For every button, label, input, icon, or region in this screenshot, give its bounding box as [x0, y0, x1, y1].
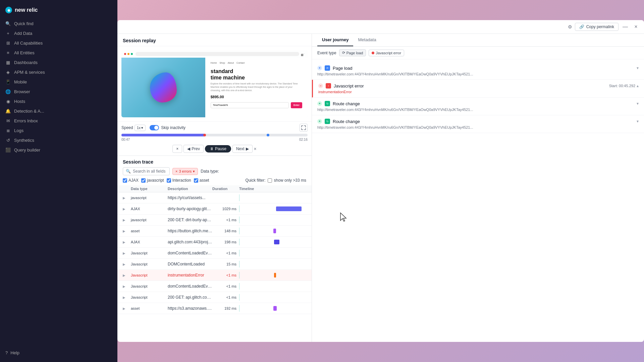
- sidebar-item-quick-find[interactable]: 🔍 Quick find: [0, 19, 117, 28]
- quick-filter: Quick filter: show only >33 ms: [246, 178, 306, 183]
- sidebar-item-mobile[interactable]: 📱 Mobile: [0, 77, 117, 87]
- sidebar-footer[interactable]: ? Help: [0, 348, 117, 358]
- sidebar-item-all-capabilities[interactable]: ⊞ All Capabilities: [0, 38, 117, 48]
- close-playback-button[interactable]: ×: [254, 146, 257, 152]
- browser-icon: 🌐: [5, 89, 11, 94]
- sidebar-item-logs[interactable]: ≣ Logs: [0, 126, 117, 135]
- expand-icon[interactable]: ▶: [123, 240, 131, 244]
- copy-permalink-button[interactable]: 🔗 Copy permalink: [575, 23, 619, 31]
- search-input-wrapper[interactable]: 🔍 Search in all fields: [123, 167, 170, 175]
- skip-inactivity-toggle: Skip inactivity: [150, 125, 185, 130]
- js-error-icon: !: [326, 83, 331, 88]
- expand-icon[interactable]: ▶: [123, 229, 131, 233]
- expand-icon[interactable]: ▶: [123, 251, 131, 255]
- chevron-down-icon: ▾: [637, 66, 639, 70]
- event-item-route-change-2[interactable]: + ↻ Route change ▾ http://timetraveler.c…: [312, 115, 644, 133]
- synthetics-icon: ↺: [5, 138, 11, 143]
- next-button[interactable]: Next ▶: [232, 145, 253, 153]
- timeline-cell: [239, 205, 306, 212]
- fullscreen-overlay-button[interactable]: ⊞: [300, 52, 305, 58]
- fullscreen-button[interactable]: [300, 124, 308, 132]
- errors-badge[interactable]: × 3 errors ▾: [172, 168, 198, 175]
- table-row-error[interactable]: ▶ Javascript instrumentationError <1 ms: [117, 270, 312, 281]
- timeline-track[interactable]: [121, 134, 308, 136]
- pause-button[interactable]: ⏸ Pause: [205, 145, 231, 153]
- timeline-area: 00:47 02:16: [117, 134, 312, 143]
- col-timeline: Timeline: [239, 187, 306, 191]
- sidebar-item-hosts[interactable]: ◉ Hosts: [0, 97, 117, 106]
- table-row[interactable]: ▶ Javascript domContentLoadedEvent <1 ms: [117, 281, 312, 292]
- trace-table: Data type Description Duration Timeline …: [117, 185, 312, 342]
- javascript-checkbox[interactable]: [141, 178, 146, 183]
- sidebar-item-synthetics[interactable]: ↺ Synthetics: [0, 135, 117, 145]
- expand-icon[interactable]: ▶: [123, 296, 131, 299]
- grid-icon: ⊞: [5, 41, 11, 46]
- sidebar-item-apm[interactable]: ◈ APM & services: [0, 67, 117, 77]
- timeline-cell: [239, 228, 306, 234]
- chevron-down-icon: ▾: [637, 101, 639, 106]
- expand-icon[interactable]: ▶: [123, 274, 131, 277]
- table-row[interactable]: ▶ AJAX dirty-burly-apology.glitch.me:443…: [117, 203, 312, 215]
- sidebar-item-detection[interactable]: 🔔 Detection & A...: [0, 106, 117, 116]
- sidebar-item-add-data[interactable]: + Add Data: [0, 28, 117, 38]
- event-item-header: + ↻ Route change ▾: [317, 119, 639, 124]
- sidebar-item-errors-inbox[interactable]: ✉ Errors Inbox: [0, 116, 117, 126]
- javascript-filter[interactable]: javascript: [141, 178, 164, 183]
- expand-icon[interactable]: ▶: [123, 196, 131, 200]
- timeline-cell: [239, 217, 306, 223]
- max-dot: [131, 53, 133, 55]
- time-end: 02:16: [299, 138, 308, 141]
- preview-enter-button[interactable]: Enter: [291, 102, 302, 108]
- asset-checkbox[interactable]: [194, 178, 198, 183]
- timeline-cell: [239, 194, 306, 201]
- logo-icon: ◉: [5, 7, 12, 13]
- right-panel-tabs: User journey Metadata: [312, 34, 644, 47]
- product-title: standardtime machine: [211, 68, 302, 81]
- collapse-icon: +: [317, 66, 322, 70]
- timeline-cell: [239, 250, 306, 256]
- event-item-route-change-1[interactable]: + ↻ Route change ▾ http://timetraveler.c…: [312, 98, 644, 115]
- prev-button[interactable]: ◀ Prev: [183, 145, 204, 153]
- table-row[interactable]: ▶ javascript https://y/curl/assets...: [117, 192, 312, 203]
- event-item-js-error[interactable]: − ! Javascript error Start: 00:45.292 ▴ …: [312, 80, 644, 98]
- close-x-button[interactable]: ×: [172, 145, 182, 153]
- sidebar-item-browser[interactable]: 🌐 Browser: [0, 87, 117, 97]
- dashboard-icon: ▦: [5, 60, 11, 65]
- session-trace-title: Session trace: [117, 156, 312, 167]
- table-row[interactable]: ▶ javascript 200 GET: dirt-burly-apology…: [117, 215, 312, 226]
- main-window: ⚙ 🔗 Copy permalink — × Session replay: [117, 20, 644, 342]
- sidebar-item-query-builder[interactable]: ⬛ Query builder: [0, 145, 117, 155]
- tab-user-journey[interactable]: User journey: [317, 34, 353, 46]
- expand-icon[interactable]: ▶: [123, 207, 131, 211]
- expand-icon[interactable]: ▶: [123, 307, 131, 310]
- close-button[interactable]: ×: [632, 23, 640, 31]
- sidebar-item-all-entities[interactable]: ≡ All Entities: [0, 48, 117, 58]
- apm-icon: ◈: [5, 70, 11, 75]
- table-row[interactable]: ▶ asset https://s3.amazonaws.com:443/pro…: [117, 303, 312, 314]
- event-item-page-load[interactable]: + ⟳ Page load ▾ http://timetraveler.com:…: [312, 62, 644, 80]
- query-icon: ⬛: [5, 147, 11, 153]
- interaction-filter[interactable]: Interaction: [167, 178, 191, 183]
- preview-input-field[interactable]: [211, 102, 289, 108]
- expand-icon[interactable]: ▶: [123, 285, 131, 288]
- interaction-checkbox[interactable]: [167, 178, 171, 183]
- table-row[interactable]: ▶ Javascript DOMContentLoaded 15 ms: [117, 259, 312, 270]
- javascript-error-filter-button[interactable]: Javascript error: [369, 50, 404, 56]
- sidebar-item-dashboards[interactable]: ▦ Dashboards: [0, 58, 117, 67]
- quick-filter-checkbox[interactable]: [268, 178, 272, 183]
- ajax-filter[interactable]: AJAX: [123, 178, 139, 183]
- table-row[interactable]: ▶ asset https://button.glitch.me:443/css…: [117, 226, 312, 237]
- minimize-button[interactable]: —: [621, 23, 629, 31]
- timeline-marker-blue: [267, 134, 269, 136]
- expand-icon[interactable]: ▶: [123, 218, 131, 222]
- speed-selector[interactable]: 1x ▾: [135, 125, 146, 131]
- asset-filter[interactable]: asset: [194, 178, 209, 183]
- table-row[interactable]: ▶ AJAX api.glitch.com:443/projects/dirty…: [117, 237, 312, 248]
- table-row[interactable]: ▶ Javascript domContentLoadedEventStart …: [117, 248, 312, 259]
- toggle-switch[interactable]: [150, 125, 159, 130]
- tab-metadata[interactable]: Metadata: [353, 34, 381, 46]
- ajax-checkbox[interactable]: [123, 178, 127, 183]
- expand-icon[interactable]: ▶: [123, 262, 131, 266]
- page-load-filter-button[interactable]: ⟳ Page load: [339, 49, 366, 56]
- table-row[interactable]: ▶ Javascript 200 GET: api.glitch.com:433…: [117, 292, 312, 303]
